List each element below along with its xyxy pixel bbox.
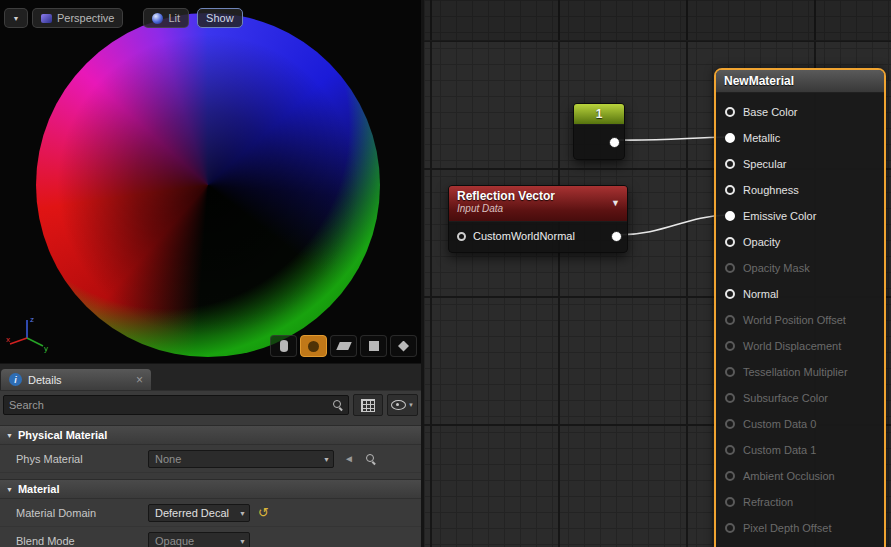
perspective-label: Perspective	[57, 12, 114, 24]
output-pin[interactable]	[611, 231, 622, 242]
preview-shape-cube-button[interactable]	[360, 335, 387, 357]
material-pin-emissive-color[interactable]: Emissive Color	[716, 203, 884, 229]
material-pin-base-color[interactable]: Base Color	[716, 99, 884, 125]
preview-shape-cylinder-button[interactable]	[270, 335, 297, 357]
show-label: Show	[206, 12, 234, 24]
material-pin-roughness[interactable]: Roughness	[716, 177, 884, 203]
blend-mode-label: Blend Mode	[0, 535, 148, 547]
property-matrix-button[interactable]	[353, 394, 383, 416]
pin-label: Tessellation Multiplier	[743, 366, 848, 378]
input-pin[interactable]	[457, 232, 466, 241]
pin-circle-icon[interactable]	[725, 445, 735, 455]
axis-gizmo-icon: z y x	[6, 311, 52, 353]
axis-gizmo: z y x	[6, 311, 52, 357]
pin-label: Roughness	[743, 184, 799, 196]
material-graph-canvas[interactable]: 1 Reflection Vector Input Data ▼ CustomW…	[424, 0, 891, 547]
material-result-node[interactable]: NewMaterial Base ColorMetallicSpecularRo…	[714, 68, 886, 547]
material-pin-list: Base ColorMetallicSpecularRoughnessEmiss…	[716, 93, 884, 541]
expand-arrow-icon: ▼	[6, 486, 13, 493]
pin-label: Normal	[743, 288, 778, 300]
pin-circle-icon[interactable]	[725, 159, 735, 169]
material-preview-sphere	[36, 13, 380, 357]
blend-mode-value: Opaque	[149, 535, 200, 547]
output-pin[interactable]	[609, 137, 620, 148]
pin-label: Opacity	[743, 236, 780, 248]
preview-shape-mesh-button[interactable]	[390, 335, 417, 357]
expand-arrow-icon: ▼	[6, 432, 13, 439]
pin-circle-icon[interactable]	[725, 263, 735, 273]
pin-label: Base Color	[743, 106, 797, 118]
material-pin-custom-data-0[interactable]: Custom Data 0	[716, 411, 884, 437]
material-pin-subsurface-color[interactable]: Subsurface Color	[716, 385, 884, 411]
reset-to-default-icon[interactable]: ↺	[258, 506, 269, 519]
material-pin-metallic[interactable]: Metallic	[716, 125, 884, 151]
section-physical-material[interactable]: ▼ Physical Material	[0, 425, 421, 445]
pin-circle-icon[interactable]	[725, 471, 735, 481]
section-material[interactable]: ▼ Material	[0, 479, 421, 499]
preview-shape-sphere-button[interactable]	[300, 335, 327, 357]
pin-circle-icon[interactable]	[725, 185, 735, 195]
search-icon	[333, 400, 343, 410]
close-icon[interactable]: ×	[118, 373, 143, 387]
pin-circle-icon[interactable]	[725, 133, 735, 143]
material-node-header[interactable]: NewMaterial	[716, 70, 884, 93]
viewport-options-button[interactable]: ▼	[4, 8, 28, 28]
material-pin-specular[interactable]: Specular	[716, 151, 884, 177]
material-pin-tessellation-multiplier[interactable]: Tessellation Multiplier	[716, 359, 884, 385]
constant-value: 1	[596, 107, 603, 121]
viewport-toolbar: ▼ Perspective Lit Show	[4, 8, 243, 28]
pin-circle-icon[interactable]	[725, 419, 735, 429]
preview-shape-plane-button[interactable]	[330, 335, 357, 357]
pin-circle-icon[interactable]	[725, 393, 735, 403]
wire-reflection-to-emissive[interactable]	[617, 215, 727, 235]
details-tabbar: i Details ×	[0, 364, 421, 391]
search-input[interactable]	[4, 399, 348, 411]
constant-node[interactable]: 1	[573, 103, 625, 160]
eye-icon	[391, 400, 406, 410]
material-pin-world-position-offset[interactable]: World Position Offset	[716, 307, 884, 333]
material-pin-normal[interactable]: Normal	[716, 281, 884, 307]
blend-mode-dropdown[interactable]: Opaque ▼	[148, 532, 250, 547]
pin-circle-icon[interactable]	[725, 107, 735, 117]
constant-node-body	[574, 125, 624, 158]
pin-label: Pixel Depth Offset	[743, 522, 831, 534]
pin-circle-icon[interactable]	[725, 497, 735, 507]
wire-constant-to-metallic[interactable]	[615, 137, 727, 140]
constant-node-header[interactable]: 1	[574, 104, 624, 125]
collapse-arrow-icon[interactable]: ▼	[611, 198, 620, 208]
details-search-row: ▼	[0, 391, 421, 419]
pin-circle-icon[interactable]	[725, 315, 735, 325]
reflection-node-header[interactable]: Reflection Vector Input Data ▼	[449, 186, 627, 222]
preview-viewport[interactable]: ▼ Perspective Lit Show z y x	[0, 0, 422, 363]
chevron-down-icon: ▼	[13, 15, 20, 22]
pin-circle-icon[interactable]	[725, 341, 735, 351]
material-pin-opacity-mask[interactable]: Opacity Mask	[716, 255, 884, 281]
pin-circle-icon[interactable]	[725, 211, 735, 221]
material-pin-refraction[interactable]: Refraction	[716, 489, 884, 515]
blend-mode-row: Blend Mode Opaque ▼	[0, 527, 421, 547]
tab-details[interactable]: i Details ×	[1, 369, 151, 390]
pin-circle-icon[interactable]	[725, 289, 735, 299]
phys-material-dropdown[interactable]: None ▼	[148, 450, 334, 468]
browse-asset-icon[interactable]	[366, 454, 376, 464]
pin-circle-icon[interactable]	[725, 367, 735, 377]
material-pin-ambient-occlusion[interactable]: Ambient Occlusion	[716, 463, 884, 489]
lit-mode-button[interactable]: Lit	[143, 8, 189, 28]
material-pin-opacity[interactable]: Opacity	[716, 229, 884, 255]
material-pin-pixel-depth-offset[interactable]: Pixel Depth Offset	[716, 515, 884, 541]
material-pin-custom-data-1[interactable]: Custom Data 1	[716, 437, 884, 463]
pin-label: Ambient Occlusion	[743, 470, 835, 482]
pin-circle-icon[interactable]	[725, 523, 735, 533]
node-title: Reflection Vector	[457, 189, 619, 203]
use-selected-asset-icon[interactable]: ◄	[344, 453, 354, 464]
material-pin-world-displacement[interactable]: World Displacement	[716, 333, 884, 359]
pin-label: Emissive Color	[743, 210, 816, 222]
pin-circle-icon[interactable]	[725, 237, 735, 247]
show-menu-button[interactable]: Show	[197, 8, 243, 28]
section-title: Material	[18, 483, 60, 495]
view-options-button[interactable]: ▼	[387, 394, 418, 416]
perspective-button[interactable]: Perspective	[32, 8, 123, 28]
reflection-vector-node[interactable]: Reflection Vector Input Data ▼ CustomWor…	[448, 185, 628, 253]
chevron-down-icon: ▼	[239, 538, 246, 545]
material-domain-dropdown[interactable]: Deferred Decal ▼	[148, 504, 250, 522]
